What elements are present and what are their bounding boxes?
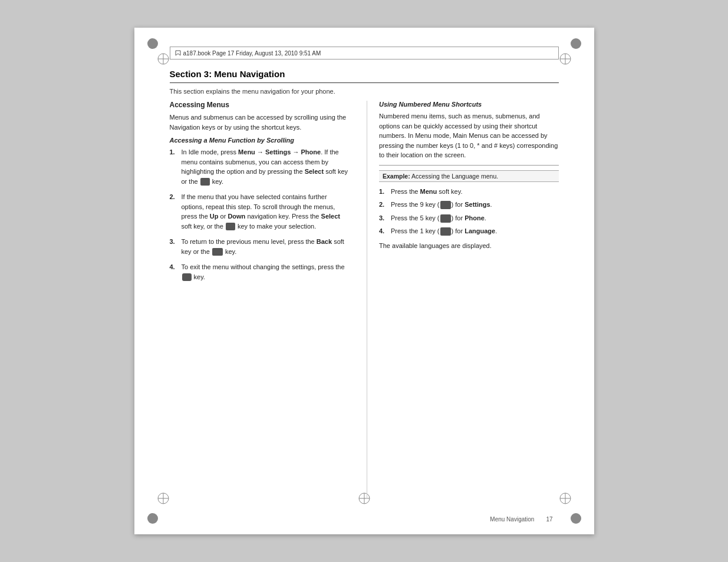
corner-circle-bl bbox=[147, 513, 158, 524]
list-item: 1. Press the Menu soft key. bbox=[379, 187, 559, 197]
scrolling-list: 1. In Idle mode, press Menu → Settings →… bbox=[170, 147, 350, 282]
svg-marker-15 bbox=[176, 51, 180, 55]
regmark-bl bbox=[157, 492, 170, 505]
accessing-menus-body: Menus and submenus can be accessed by sc… bbox=[170, 113, 350, 132]
regmark-br bbox=[559, 492, 572, 505]
regmark-tl bbox=[157, 52, 170, 65]
footer-right: 17 bbox=[546, 516, 552, 523]
regmark-tr bbox=[559, 52, 572, 65]
center-key-icon-2 bbox=[226, 223, 235, 230]
divider bbox=[379, 165, 559, 166]
center-key-icon-1 bbox=[200, 178, 210, 186]
list-item: 2. If the menu that you have selected co… bbox=[170, 192, 350, 231]
end-key-icon bbox=[182, 273, 192, 281]
content-area: Section 3: Menu Navigation This section … bbox=[170, 69, 559, 499]
list-item: 4. To exit the menu without changing the… bbox=[170, 262, 350, 282]
right-steps-list: 1. Press the Menu soft key. 2. Press the… bbox=[379, 187, 559, 236]
footer-left: Menu Navigation bbox=[490, 516, 534, 523]
scrolling-title: Accessing a Menu Function by Scrolling bbox=[170, 137, 350, 144]
key-1-icon bbox=[440, 227, 451, 236]
right-col: Using Numbered Menu Shortcuts Numbered m… bbox=[367, 101, 559, 499]
page: a187.book Page 17 Friday, August 13, 201… bbox=[134, 28, 594, 534]
top-bar-text: a187.book Page 17 Friday, August 13, 201… bbox=[183, 50, 321, 57]
section-title: Section 3: Menu Navigation bbox=[170, 69, 559, 83]
list-item: 4. Press the 1 key () for Language. bbox=[379, 226, 559, 236]
bookmark-icon bbox=[175, 50, 181, 56]
list-item: 3. To return to the previous menu level,… bbox=[170, 237, 350, 256]
back-key-icon bbox=[212, 248, 223, 256]
left-col: Accessing Menus Menus and submenus can b… bbox=[170, 101, 350, 499]
corner-circle-br bbox=[571, 513, 581, 524]
corner-circle-tl bbox=[147, 38, 158, 49]
shortcuts-body: Numbered menu items, such as menus, subm… bbox=[379, 111, 559, 160]
key-9-icon bbox=[440, 201, 451, 209]
corner-circle-tr bbox=[571, 38, 581, 49]
accessing-menus-title: Accessing Menus bbox=[170, 101, 350, 109]
intro-text: This section explains the menu navigatio… bbox=[170, 88, 559, 95]
top-bar: a187.book Page 17 Friday, August 13, 201… bbox=[170, 47, 559, 59]
footer: Menu Navigation 17 bbox=[490, 516, 552, 523]
two-col-layout: Accessing Menus Menus and submenus can b… bbox=[170, 101, 559, 499]
example-desc: Accessing the Language menu. bbox=[411, 173, 498, 180]
available-langs-text: The available languages are displayed. bbox=[379, 241, 559, 251]
list-item: 3. Press the 5 key () for Phone. bbox=[379, 213, 559, 223]
list-item: 2. Press the 9 key () for Settings. bbox=[379, 200, 559, 210]
key-5-icon bbox=[440, 214, 451, 223]
example-label: Example: bbox=[383, 173, 410, 180]
list-item: 1. In Idle mode, press Menu → Settings →… bbox=[170, 147, 350, 186]
example-bar: Example: Accessing the Language menu. bbox=[379, 170, 559, 182]
shortcuts-title: Using Numbered Menu Shortcuts bbox=[379, 101, 559, 108]
